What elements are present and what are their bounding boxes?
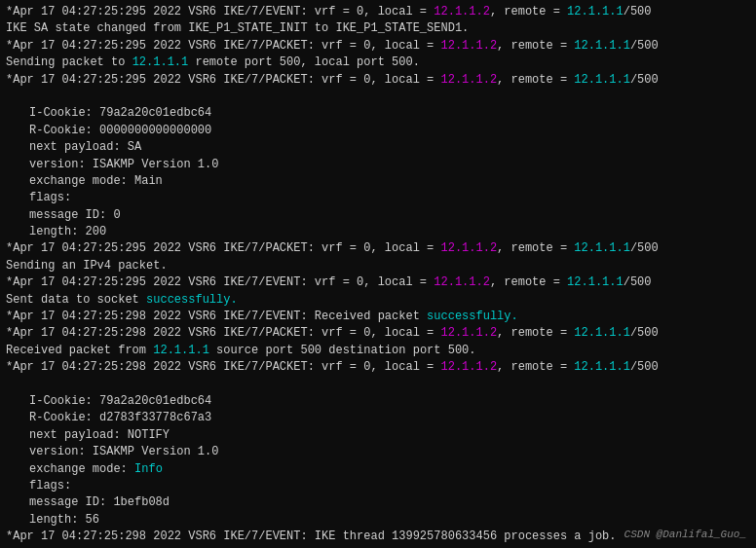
text-part: version: ISAKMP Version 1.0	[29, 158, 218, 171]
text-part: 12.1.1.2	[440, 39, 497, 53]
text-part: exchange mode:	[29, 462, 134, 476]
text-part: R-Cookie: d2783f33778c67a3	[29, 411, 211, 424]
text-part: Received packet from	[6, 344, 153, 357]
log-line: R-Cookie: d2783f33778c67a3	[6, 410, 750, 426]
text-part: /500	[630, 241, 659, 255]
log-line: IKE SA state changed from IKE_P1_STATE_I…	[6, 20, 750, 37]
text-part: 12.1.1.1	[574, 39, 630, 53]
log-line: *Apr 17 04:27:25:298 2022 VSR6 IKE/7/PAC…	[6, 359, 750, 376]
log-line: message ID: 0	[6, 207, 750, 224]
log-line: Sent data to socket successfully.	[6, 292, 750, 309]
text-part: *Apr 17 04:27:25:295 2022 VSR6 IKE/7/PAC…	[6, 73, 440, 87]
log-line: *Apr 17 04:27:25:298 2022 VSR6 IKE/7/PAC…	[6, 325, 750, 342]
text-part: length: 200	[29, 225, 106, 238]
text-part: *Apr 17 04:27:25:295 2022 VSR6 IKE/7/EVE…	[6, 275, 434, 289]
text-part: *Apr 17 04:27:25:295 2022 VSR6 IKE/7/EVE…	[6, 5, 434, 18]
text-part: I-Cookie: 79a2a20c01edbc64	[29, 106, 211, 120]
terminal-content: *Apr 17 04:27:25:295 2022 VSR6 IKE/7/EVE…	[6, 4, 750, 548]
text-part: source port 500 destination port 500.	[209, 344, 476, 357]
log-line: next payload: NOTIFY	[6, 427, 750, 444]
text-part: Info	[134, 462, 163, 476]
log-line: I-Cookie: 79a2a20c01edbc64	[6, 393, 750, 410]
text-part: , remote =	[497, 326, 574, 340]
text-part: exchange mode: Main	[29, 174, 163, 188]
text-part: /500	[630, 360, 659, 374]
text-part: , remote =	[497, 360, 574, 374]
watermark: CSDN @Danlifal_Guo_	[624, 529, 746, 540]
text-part: 12.1.1.1	[567, 5, 624, 18]
text-part: length: 56	[29, 513, 99, 527]
log-line: message ID: 1befb08d	[6, 494, 750, 511]
log-line: *Apr 17 04:27:25:298 2022 VSR6 IKE/7/EVE…	[6, 309, 750, 325]
log-line: next payload: SA	[6, 139, 750, 156]
log-line: *Apr 17 04:27:25:295 2022 VSR6 IKE/7/EVE…	[6, 4, 750, 20]
text-part: /500	[630, 39, 659, 53]
blank-line	[6, 377, 750, 393]
terminal: *Apr 17 04:27:25:295 2022 VSR6 IKE/7/EVE…	[0, 0, 756, 548]
text-part: R-Cookie: 0000000000000000	[29, 124, 211, 137]
text-part: 12.1.1.2	[440, 241, 497, 255]
text-part: next payload: NOTIFY	[29, 428, 170, 442]
text-part: *Apr 17 04:27:25:298 2022 VSR6 IKE/7/PAC…	[6, 326, 440, 340]
text-part: /500	[624, 275, 652, 289]
log-line: exchange mode: Info	[6, 461, 750, 478]
log-line: Sending an IPv4 packet.	[6, 258, 750, 274]
text-part: *Apr 17 04:27:25:298 2022 VSR6 IKE/7/PAC…	[6, 360, 440, 374]
text-part: message ID: 1befb08d	[29, 495, 170, 509]
text-part: I-Cookie: 79a2a20c01edbc64	[29, 394, 211, 408]
text-part: *Apr 17 04:27:25:295 2022 VSR6 IKE/7/PAC…	[6, 241, 440, 255]
text-part: next payload: SA	[29, 140, 141, 154]
text-part: remote port 500, local port 500.	[188, 55, 420, 69]
log-line: *Apr 17 04:27:25:295 2022 VSR6 IKE/7/EVE…	[6, 274, 750, 291]
text-part: flags:	[29, 191, 71, 204]
text-part: Sending packet to	[6, 55, 132, 69]
text-part: 12.1.1.2	[440, 360, 497, 374]
text-part: , remote =	[497, 241, 574, 255]
text-part: , remote =	[497, 39, 574, 53]
text-part: /500	[624, 5, 652, 18]
log-line: exchange mode: Main	[6, 173, 750, 190]
text-part: , remote =	[497, 73, 574, 87]
text-part: 12.1.1.2	[440, 73, 497, 87]
text-part: flags:	[29, 479, 71, 493]
text-part: *Apr 17 04:27:25:298 2022 VSR6 IKE/7/EVE…	[6, 310, 427, 323]
log-line: *Apr 17 04:27:25:295 2022 VSR6 IKE/7/PAC…	[6, 240, 750, 257]
text-part: successfully.	[146, 293, 238, 307]
text-part: version: ISAKMP Version 1.0	[29, 445, 218, 458]
log-line: length: 200	[6, 224, 750, 240]
text-part: 12.1.1.1	[574, 326, 630, 340]
log-line: version: ISAKMP Version 1.0	[6, 157, 750, 173]
text-part: /500	[630, 326, 659, 340]
log-line: length: 56	[6, 512, 750, 529]
text-part: successfully.	[427, 310, 518, 323]
log-line: *Apr 17 04:27:25:295 2022 VSR6 IKE/7/PAC…	[6, 38, 750, 55]
text-part: 12.1.1.1	[574, 73, 630, 87]
text-part: 12.1.1.2	[434, 275, 490, 289]
log-line: flags:	[6, 190, 750, 206]
text-part: *Apr 17 04:27:25:295 2022 VSR6 IKE/7/PAC…	[6, 39, 440, 53]
text-part: Sending an IPv4 packet.	[6, 259, 168, 273]
text-part: 12.1.1.2	[440, 326, 497, 340]
blank-line	[6, 89, 750, 105]
text-part: , remote =	[490, 5, 567, 18]
text-part: 12.1.1.1	[132, 55, 189, 69]
text-part: , remote =	[490, 275, 567, 289]
text-part: /500	[630, 73, 659, 87]
text-part: 12.1.1.1	[567, 275, 624, 289]
log-line: Received packet from 12.1.1.1 source por…	[6, 343, 750, 359]
text-part: IKE SA state changed from IKE_P1_STATE_I…	[6, 21, 469, 35]
log-line: version: ISAKMP Version 1.0	[6, 444, 750, 460]
text-part: 12.1.1.1	[574, 241, 630, 255]
text-part: 12.1.1.1	[153, 344, 209, 357]
text-part: 12.1.1.2	[434, 5, 490, 18]
text-part: 12.1.1.1	[574, 360, 630, 374]
log-line: R-Cookie: 0000000000000000	[6, 123, 750, 139]
text-part: *Apr 17 04:27:25:298 2022 VSR6 IKE/7/EVE…	[6, 530, 617, 543]
text-part: Sent data to socket	[6, 293, 146, 307]
log-line: *Apr 17 04:27:25:295 2022 VSR6 IKE/7/PAC…	[6, 72, 750, 89]
log-line: flags:	[6, 478, 750, 494]
log-line: Sending packet to 12.1.1.1 remote port 5…	[6, 55, 750, 71]
text-part: message ID: 0	[29, 208, 121, 222]
log-line: I-Cookie: 79a2a20c01edbc64	[6, 105, 750, 122]
